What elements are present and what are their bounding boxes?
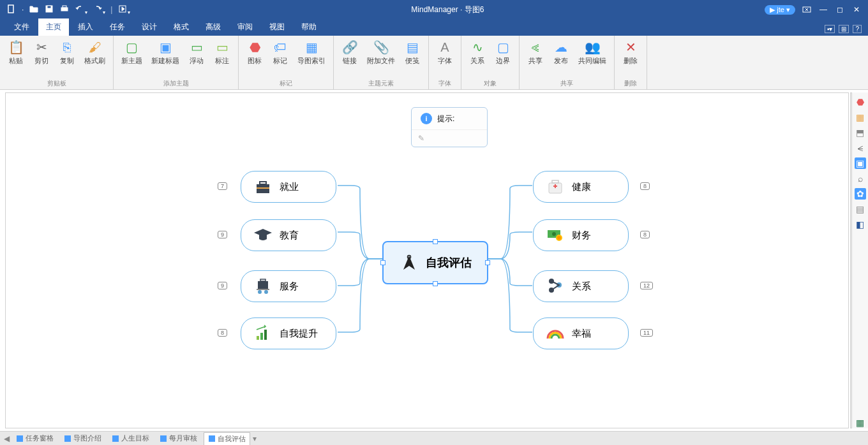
close-icon[interactable]: ✕: [851, 4, 862, 15]
ribbon-group-label: 删除: [624, 79, 637, 88]
undo-icon[interactable]: ▾: [75, 4, 87, 16]
ribbon-delete-button[interactable]: ✕删除: [618, 38, 643, 78]
bottom-tab[interactable]: 每月审核: [156, 432, 201, 445]
ribbon-callout-button[interactable]: ▭标注: [210, 38, 234, 78]
ribbon-copy-button[interactable]: ⎘复制: [55, 38, 79, 78]
grad-cap-icon: [253, 225, 273, 245]
menu-tab-8[interactable]: 视图: [262, 18, 292, 36]
ribbon-link-button[interactable]: 🔗链接: [338, 38, 362, 78]
menu-tab-2[interactable]: 插入: [70, 18, 101, 36]
menu-tab-5[interactable]: 格式: [166, 18, 197, 36]
tip-callout[interactable]: i 提示: ✎: [411, 107, 488, 147]
save-icon[interactable]: [44, 4, 54, 16]
resize-handle[interactable]: [485, 260, 490, 265]
sb-search-icon[interactable]: ⌕: [855, 173, 866, 184]
ribbon-toggle-icon[interactable]: [802, 4, 812, 15]
menu-tab-6[interactable]: 高级: [198, 18, 228, 36]
menu-tab-4[interactable]: 设计: [134, 18, 165, 36]
mindmap-node[interactable]: 关系: [533, 270, 629, 302]
tab-nav-right-icon[interactable]: ▾: [253, 434, 257, 443]
expand-count-button[interactable]: 8: [218, 329, 227, 337]
redo-icon[interactable]: ▾: [93, 4, 105, 16]
user-badge[interactable]: ▶ jte ▾: [765, 5, 795, 15]
menu-tab-9[interactable]: 帮助: [294, 18, 324, 36]
expand-count-button[interactable]: 8: [640, 182, 650, 190]
ribbon-publish-button[interactable]: ☁发布: [549, 38, 573, 78]
sb-image-icon[interactable]: ▣: [855, 157, 866, 169]
ribbon-boundary-button[interactable]: ▢边界: [491, 38, 515, 78]
svg-rect-15: [257, 289, 269, 290]
mindmap-node[interactable]: 教育: [241, 219, 336, 251]
new-file-icon[interactable]: [6, 4, 17, 16]
bottom-tab[interactable]: 导图介绍: [60, 432, 105, 445]
ribbon-tag-button[interactable]: 🏷标记: [268, 38, 292, 78]
ribbon-paste-button[interactable]: 📋粘贴: [4, 38, 28, 78]
resize-handle[interactable]: [433, 239, 438, 244]
mindmap-node[interactable]: 健康: [533, 171, 629, 203]
ribbon-note-button[interactable]: ▤便笺: [400, 38, 424, 78]
plugin-icon[interactable]: ▾: [117, 4, 130, 16]
sb-bottle-icon[interactable]: ⬒: [855, 127, 866, 138]
mindmap-node[interactable]: 自我提升: [241, 317, 336, 349]
expand-count-button[interactable]: 9: [218, 231, 227, 238]
resize-handle[interactable]: [380, 260, 385, 265]
node-label: 就业: [280, 181, 299, 193]
menu-tab-3[interactable]: 任务: [102, 18, 133, 36]
ribbon-font-button[interactable]: A字体: [433, 38, 457, 78]
print-icon[interactable]: [59, 4, 70, 16]
sb-share-icon[interactable]: ⪪: [855, 142, 866, 154]
bottom-tab[interactable]: 人生目标: [108, 432, 153, 445]
ribbon: 📋粘贴✂剪切⎘复制🖌格式刷剪贴板▢新主题▣新建标题▭浮动▭标注添加主题⬣图标🏷标…: [0, 36, 868, 90]
expand-count-button[interactable]: 9: [218, 282, 227, 289]
ribbon-tag-icon-button[interactable]: ⬣图标: [243, 38, 267, 78]
sb-doc-icon[interactable]: ▤: [855, 203, 866, 215]
nav-box-icon[interactable]: ⊞: [839, 25, 849, 33]
bottom-tab[interactable]: 任务窗格: [12, 432, 57, 445]
ribbon-coedit-button[interactable]: 👥共同编辑: [574, 38, 610, 78]
bottom-tab[interactable]: 自我评估: [204, 432, 250, 445]
svg-rect-2: [47, 6, 51, 8]
help-icon[interactable]: ?: [853, 25, 862, 33]
mindmap-node[interactable]: 就业: [241, 171, 336, 203]
ribbon-share-button[interactable]: ⪡共享: [523, 38, 548, 78]
ribbon-attach-button[interactable]: 📎附加文件: [363, 38, 399, 78]
svg-rect-11: [258, 281, 268, 289]
sb-gear-icon[interactable]: ✿: [855, 188, 866, 200]
mindmap-node[interactable]: 财务: [533, 219, 629, 251]
canvas[interactable]: i 提示: ✎ 自我评估 就业7教育9服务9自我提升8 健康8财务8关系12幸福…: [5, 92, 849, 428]
sb-outlook-icon[interactable]: ◧: [855, 219, 866, 230]
maximize-icon[interactable]: ◻: [835, 4, 845, 15]
menu-tab-1[interactable]: 主页: [38, 18, 69, 36]
mindmap-node[interactable]: 服务: [241, 270, 336, 302]
ribbon-map-index-button[interactable]: ▦导图索引: [294, 38, 329, 78]
sb-excel-icon[interactable]: ▦: [855, 417, 866, 428]
menu-tab-7[interactable]: 审阅: [230, 18, 260, 36]
node-label: 服务: [280, 281, 299, 293]
ribbon-button-label: 复制: [60, 56, 74, 66]
mindmap-node[interactable]: 幸福: [533, 317, 629, 349]
expand-count-button[interactable]: 8: [640, 231, 650, 238]
expand-count-button[interactable]: 7: [218, 182, 227, 190]
center-node[interactable]: 自我评估: [382, 241, 488, 284]
tab-nav-left-icon[interactable]: ◀: [4, 434, 10, 443]
sb-calendar-icon[interactable]: ▦: [855, 112, 866, 123]
menu-tab-0[interactable]: 文件: [6, 18, 37, 36]
ribbon-brush-button[interactable]: 🖌格式刷: [80, 38, 109, 78]
ribbon-group-label: 主题元素: [368, 79, 394, 88]
ribbon-relation-button[interactable]: ∿关系: [465, 38, 490, 78]
ribbon-group-label: 添加主题: [163, 79, 189, 88]
expand-count-button[interactable]: 12: [640, 282, 653, 289]
resize-handle[interactable]: [433, 281, 438, 286]
open-icon[interactable]: [29, 4, 39, 16]
expand-count-button[interactable]: 11: [640, 329, 653, 337]
attach-icon: 📎: [373, 40, 389, 55]
sb-tag-icon[interactable]: ⬣: [855, 96, 866, 108]
ribbon-cut-button[interactable]: ✂剪切: [29, 38, 54, 78]
ribbon-float-button[interactable]: ▭浮动: [184, 38, 209, 78]
bottom-tab-label: 人生目标: [121, 434, 149, 443]
minimize-icon[interactable]: —: [818, 4, 828, 15]
ribbon-new-title-button[interactable]: ▣新建标题: [147, 38, 183, 78]
collapse-ribbon-icon[interactable]: ▪▾: [825, 25, 835, 33]
ribbon-new-topic-button[interactable]: ▢新主题: [117, 38, 146, 78]
right-sidebar: ⬣ ▦ ⬒ ⪪ ▣ ⌕ ✿ ▤ ◧ ▦: [851, 92, 868, 428]
